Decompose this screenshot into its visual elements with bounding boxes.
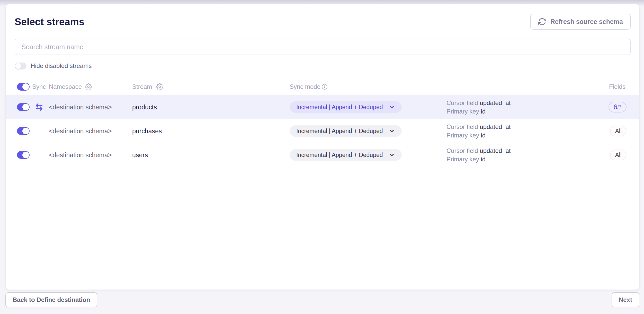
- column-header-fields: Fields: [609, 83, 625, 90]
- sync-mode-dropdown[interactable]: Incremental | Append + Deduped: [290, 101, 402, 113]
- fields-count-badge[interactable]: 6/7: [609, 102, 627, 112]
- primary-key-label: Primary key: [446, 108, 479, 115]
- fields-all-badge[interactable]: All: [610, 150, 627, 160]
- info-icon[interactable]: [321, 84, 328, 90]
- column-header-namespace: Namespace: [49, 83, 82, 90]
- cursor-pk-info: Cursor field updated_at Primary key id: [446, 99, 511, 116]
- sync-mode-value: Incremental | Append + Deduped: [296, 152, 383, 159]
- refresh-icon: [538, 18, 546, 26]
- cursor-field-value: updated_at: [480, 99, 511, 106]
- table-row[interactable]: <destination schema> purchases Increment…: [6, 119, 639, 143]
- cursor-pk-info: Cursor field updated_at Primary key id: [446, 123, 511, 139]
- search-input[interactable]: [15, 39, 631, 55]
- namespace-cell: <destination schema>: [49, 127, 112, 135]
- cursor-field-label: Cursor field: [446, 99, 478, 106]
- sync-mode-dropdown[interactable]: Incremental | Append + Deduped: [290, 125, 402, 137]
- primary-key-label: Primary key: [446, 132, 479, 139]
- toggle-knob: [22, 128, 29, 134]
- table-row[interactable]: <destination schema> users Incremental |…: [6, 143, 639, 167]
- select-streams-card: Select streams Refresh source schema Hid…: [6, 4, 639, 290]
- hide-disabled-row: Hide disabled streams: [15, 61, 92, 71]
- back-to-define-destination-button[interactable]: Back to Define destination: [5, 292, 97, 307]
- toggle-knob: [22, 152, 29, 158]
- column-header-stream: Stream: [132, 83, 152, 90]
- stream-name-cell: users: [132, 151, 148, 159]
- cursor-field-label: Cursor field: [446, 123, 478, 130]
- stream-name-cell: purchases: [132, 127, 162, 135]
- primary-key-value: id: [481, 108, 486, 115]
- stream-settings-gear-icon[interactable]: [156, 83, 163, 90]
- refresh-source-schema-button[interactable]: Refresh source schema: [530, 14, 631, 30]
- sync-toggle[interactable]: [17, 127, 30, 135]
- cursor-field-value: updated_at: [480, 123, 511, 130]
- sync-all-toggle[interactable]: [17, 83, 30, 91]
- fields-all-label: All: [615, 152, 622, 159]
- namespace-cell: <destination schema>: [49, 103, 112, 111]
- sync-toggle[interactable]: [17, 151, 30, 159]
- stream-table-body: <destination schema> products Incrementa…: [6, 95, 639, 167]
- stream-name-cell: products: [132, 103, 157, 111]
- fields-all-label: All: [615, 128, 622, 135]
- table-row[interactable]: <destination schema> products Incrementa…: [6, 95, 639, 119]
- fields-all-badge[interactable]: All: [610, 126, 627, 136]
- toggle-knob: [22, 104, 29, 110]
- namespace-cell: <destination schema>: [49, 151, 112, 159]
- sync-mode-value: Incremental | Append + Deduped: [296, 128, 383, 135]
- next-button[interactable]: Next: [612, 292, 639, 307]
- hide-disabled-toggle[interactable]: [15, 63, 26, 69]
- sync-toggle[interactable]: [17, 103, 30, 111]
- chevron-down-icon: [389, 152, 395, 158]
- hide-disabled-label: Hide disabled streams: [31, 62, 92, 69]
- sync-arrows-icon: [34, 102, 44, 112]
- fields-total-count: /7: [617, 104, 622, 110]
- toggle-knob: [22, 83, 29, 90]
- cursor-field-label: Cursor field: [446, 147, 478, 154]
- cursor-pk-info: Cursor field updated_at Primary key id: [446, 146, 511, 163]
- primary-key-value: id: [481, 156, 486, 163]
- sync-mode-dropdown[interactable]: Incremental | Append + Deduped: [290, 149, 402, 161]
- fields-selected-count: 6: [613, 103, 617, 111]
- chevron-down-icon: [389, 104, 395, 110]
- cursor-field-value: updated_at: [480, 147, 511, 154]
- table-header: Sync Namespace Stream Sync mode Fields: [6, 78, 639, 95]
- toggle-knob: [15, 63, 21, 69]
- page-title: Select streams: [15, 16, 84, 28]
- refresh-button-label: Refresh source schema: [550, 18, 623, 25]
- namespace-settings-gear-icon[interactable]: [85, 83, 92, 90]
- primary-key-value: id: [481, 132, 486, 139]
- column-header-sync-mode: Sync mode: [290, 83, 320, 90]
- sync-mode-value: Incremental | Append + Deduped: [296, 104, 383, 111]
- column-header-sync: Sync: [32, 83, 46, 90]
- primary-key-label: Primary key: [446, 156, 479, 163]
- chevron-down-icon: [389, 128, 395, 134]
